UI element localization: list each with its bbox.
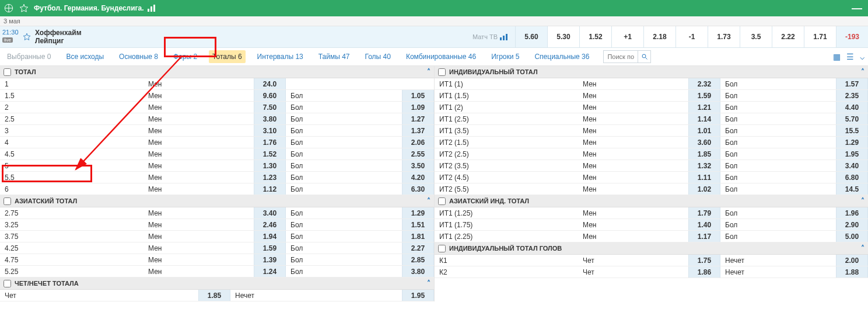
match-odds-cell[interactable]: 2.22 xyxy=(772,26,804,47)
row-odd-over[interactable]: 1.09 xyxy=(402,102,434,113)
tab-item[interactable]: Специальные 36 xyxy=(531,50,593,63)
row-odd-under[interactable]: 1.01 xyxy=(688,125,720,136)
row-odd-over[interactable]: 3.40 xyxy=(836,160,868,171)
row-odd-over[interactable]: 1.27 xyxy=(402,113,434,124)
row-odd-over[interactable]: 1.95 xyxy=(836,148,868,159)
match-odds-cell[interactable]: +1 xyxy=(611,26,643,47)
row-odd-over[interactable]: 1.37 xyxy=(402,125,434,136)
row-odd-under[interactable]: 3.40 xyxy=(254,207,286,219)
row-odd-under[interactable]: 1.75 xyxy=(688,255,720,266)
row-odd-over[interactable]: 3.50 xyxy=(402,160,434,171)
row-odd-under[interactable]: 1.17 xyxy=(688,231,720,242)
row-odd-over[interactable]: 2.00 xyxy=(836,255,868,266)
match-odds-cell[interactable]: 5.60 xyxy=(515,26,547,47)
chevron-up-icon[interactable]: ˄ xyxy=(861,68,864,76)
row-odd-over[interactable]: 5.70 xyxy=(836,113,868,124)
chevron-up-icon[interactable]: ˄ xyxy=(861,244,864,252)
match-odds-cell[interactable]: -1 xyxy=(676,26,708,47)
match-odds-cell[interactable]: 3.5 xyxy=(740,26,772,47)
row-odd-over[interactable]: 1.88 xyxy=(836,266,868,278)
row-odd-over[interactable]: 1.05 xyxy=(402,90,434,101)
row-odd-over[interactable]: 2.55 xyxy=(402,148,434,159)
match-odds-cell[interactable]: 1.73 xyxy=(708,26,740,47)
tab-item[interactable]: Игроки 5 xyxy=(488,50,523,63)
row-odd-over[interactable]: 1.96 xyxy=(836,207,868,219)
row-odd-under[interactable]: 1.30 xyxy=(254,160,286,171)
search-input[interactable] xyxy=(604,53,638,60)
row-odd-under[interactable]: 1.59 xyxy=(254,242,286,254)
row-odd-over[interactable]: 4.40 xyxy=(836,102,868,113)
chevron-up-icon[interactable]: ˄ xyxy=(427,197,430,205)
row-odd-over[interactable]: 14.5 xyxy=(836,183,868,195)
row-odd-over[interactable]: 6.80 xyxy=(836,172,868,183)
row-odd-over[interactable] xyxy=(402,78,434,89)
match-odds-cell[interactable]: 1.71 xyxy=(804,26,836,47)
row-odd-under[interactable]: 1.85 xyxy=(688,148,720,159)
row-odd-under[interactable]: 1.76 xyxy=(254,137,286,148)
section-checkbox[interactable] xyxy=(438,245,446,252)
stats-icon[interactable] xyxy=(148,5,157,12)
search-button[interactable] xyxy=(638,51,650,63)
row-odd-under[interactable]: 7.50 xyxy=(254,102,286,113)
chevron-up-icon[interactable]: ˄ xyxy=(427,68,430,76)
tab-item[interactable]: Тоталы 6 xyxy=(209,50,245,63)
row-odd-under[interactable]: 1.52 xyxy=(254,148,286,159)
match-odds-cell[interactable]: -193 xyxy=(836,26,868,47)
row-odd-under[interactable]: 24.0 xyxy=(254,78,286,89)
tab-item[interactable]: Форы 2 xyxy=(170,50,201,63)
section-checkbox[interactable] xyxy=(4,197,11,205)
row-odd-over[interactable]: 2.90 xyxy=(836,219,868,230)
row-odd-under[interactable]: 3.60 xyxy=(688,137,720,148)
favorite-star-icon[interactable] xyxy=(19,3,29,13)
row-odd-under[interactable]: 3.80 xyxy=(254,113,286,124)
row-odd-under[interactable]: 1.86 xyxy=(688,266,720,278)
row-odd-over[interactable]: 2.35 xyxy=(836,90,868,101)
match-favorite-icon[interactable] xyxy=(21,26,33,47)
row-odd-under[interactable]: 2.46 xyxy=(254,219,286,230)
section-checkbox[interactable] xyxy=(438,68,446,76)
collapse-all-icon[interactable]: ⌵ xyxy=(860,52,864,61)
row-odd-under[interactable]: 3.10 xyxy=(254,125,286,136)
row-odd-under[interactable]: 2.32 xyxy=(688,78,720,89)
row-odd-over[interactable]: 1.81 xyxy=(402,231,434,242)
row-odd-over[interactable]: 1.57 xyxy=(836,78,868,89)
row-odd-under[interactable]: 1.79 xyxy=(688,207,720,219)
grid-icon[interactable]: ▦ xyxy=(833,52,841,61)
row-odd-over[interactable]: 1.95 xyxy=(402,290,434,301)
row-odd-under[interactable]: 1.40 xyxy=(688,219,720,230)
match-odds-cell[interactable]: 1.52 xyxy=(579,26,611,47)
match-teams[interactable]: Хоффенхайм Лейпциг xyxy=(33,26,473,47)
row-odd-under[interactable]: 1.02 xyxy=(688,183,720,195)
stats-small-icon[interactable] xyxy=(500,33,509,40)
row-odd-under[interactable]: 1.14 xyxy=(688,113,720,124)
row-odd-over[interactable]: 1.51 xyxy=(402,219,434,230)
list-icon[interactable]: ☰ xyxy=(846,52,854,61)
row-odd-under[interactable]: 1.39 xyxy=(254,254,286,265)
row-odd-over[interactable]: 3.80 xyxy=(402,266,434,277)
chevron-up-icon[interactable]: ˄ xyxy=(861,197,864,205)
row-odd-under[interactable]: 1.21 xyxy=(688,102,720,113)
row-odd-under[interactable]: 1.94 xyxy=(254,231,286,242)
tab-item[interactable]: Комбинированные 46 xyxy=(402,50,480,63)
row-odd-over[interactable]: 2.06 xyxy=(402,137,434,148)
section-checkbox[interactable] xyxy=(438,197,446,205)
row-odd-under[interactable]: 1.12 xyxy=(254,183,286,195)
tab-item[interactable]: Выбранные 0 xyxy=(4,50,54,63)
row-odd-under[interactable]: 1.32 xyxy=(688,160,720,171)
row-odd-over[interactable]: 4.20 xyxy=(402,172,434,183)
row-odd-under[interactable]: 1.23 xyxy=(254,172,286,183)
chevron-up-icon[interactable]: ˄ xyxy=(427,279,430,287)
tab-item[interactable]: Все исходы xyxy=(62,50,107,63)
row-odd-under[interactable]: 1.85 xyxy=(198,290,230,301)
row-odd-over[interactable]: 2.27 xyxy=(402,242,434,254)
row-odd-under[interactable]: 1.59 xyxy=(688,90,720,101)
tab-item[interactable]: Голы 40 xyxy=(362,50,394,63)
match-odds-cell[interactable]: 5.30 xyxy=(547,26,579,47)
row-odd-over[interactable]: 1.29 xyxy=(402,207,434,219)
section-checkbox[interactable] xyxy=(4,280,11,287)
tab-item[interactable]: Интервалы 13 xyxy=(254,50,307,63)
tab-item[interactable]: Основные 8 xyxy=(116,50,162,63)
section-checkbox[interactable] xyxy=(4,68,11,76)
row-odd-under[interactable]: 9.60 xyxy=(254,90,286,101)
row-odd-over[interactable]: 15.5 xyxy=(836,125,868,136)
